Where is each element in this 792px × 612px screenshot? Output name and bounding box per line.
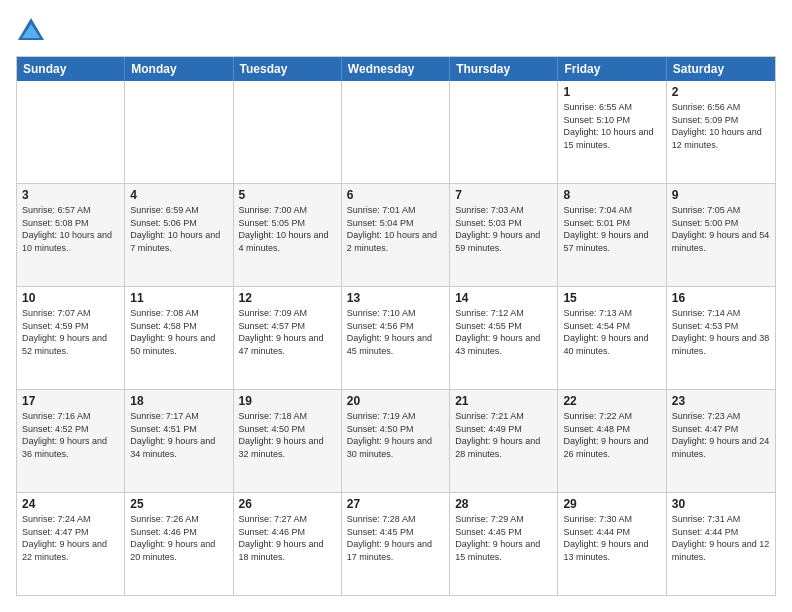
day-number: 17: [22, 394, 119, 408]
calendar-cell: 12Sunrise: 7:09 AM Sunset: 4:57 PM Dayli…: [234, 287, 342, 389]
calendar-cell: 5Sunrise: 7:00 AM Sunset: 5:05 PM Daylig…: [234, 184, 342, 286]
day-number: 18: [130, 394, 227, 408]
calendar-body: 1Sunrise: 6:55 AM Sunset: 5:10 PM Daylig…: [17, 81, 775, 595]
day-info: Sunrise: 7:03 AM Sunset: 5:03 PM Dayligh…: [455, 204, 552, 254]
day-info: Sunrise: 6:56 AM Sunset: 5:09 PM Dayligh…: [672, 101, 770, 151]
day-number: 9: [672, 188, 770, 202]
calendar-cell: 16Sunrise: 7:14 AM Sunset: 4:53 PM Dayli…: [667, 287, 775, 389]
calendar-cell: 19Sunrise: 7:18 AM Sunset: 4:50 PM Dayli…: [234, 390, 342, 492]
day-number: 27: [347, 497, 444, 511]
calendar-cell: 21Sunrise: 7:21 AM Sunset: 4:49 PM Dayli…: [450, 390, 558, 492]
day-number: 21: [455, 394, 552, 408]
day-info: Sunrise: 7:13 AM Sunset: 4:54 PM Dayligh…: [563, 307, 660, 357]
calendar-cell: [125, 81, 233, 183]
day-number: 26: [239, 497, 336, 511]
header-day-saturday: Saturday: [667, 57, 775, 81]
page-header: [16, 16, 776, 46]
day-info: Sunrise: 7:14 AM Sunset: 4:53 PM Dayligh…: [672, 307, 770, 357]
calendar-header: SundayMondayTuesdayWednesdayThursdayFrid…: [17, 57, 775, 81]
day-number: 7: [455, 188, 552, 202]
calendar-week-2: 3Sunrise: 6:57 AM Sunset: 5:08 PM Daylig…: [17, 184, 775, 287]
header-day-thursday: Thursday: [450, 57, 558, 81]
calendar-cell: 9Sunrise: 7:05 AM Sunset: 5:00 PM Daylig…: [667, 184, 775, 286]
day-info: Sunrise: 7:09 AM Sunset: 4:57 PM Dayligh…: [239, 307, 336, 357]
header-day-friday: Friday: [558, 57, 666, 81]
calendar-cell: 30Sunrise: 7:31 AM Sunset: 4:44 PM Dayli…: [667, 493, 775, 595]
day-info: Sunrise: 7:08 AM Sunset: 4:58 PM Dayligh…: [130, 307, 227, 357]
day-info: Sunrise: 7:24 AM Sunset: 4:47 PM Dayligh…: [22, 513, 119, 563]
day-number: 20: [347, 394, 444, 408]
calendar-cell: 8Sunrise: 7:04 AM Sunset: 5:01 PM Daylig…: [558, 184, 666, 286]
day-info: Sunrise: 7:10 AM Sunset: 4:56 PM Dayligh…: [347, 307, 444, 357]
calendar-week-1: 1Sunrise: 6:55 AM Sunset: 5:10 PM Daylig…: [17, 81, 775, 184]
day-info: Sunrise: 7:31 AM Sunset: 4:44 PM Dayligh…: [672, 513, 770, 563]
day-info: Sunrise: 6:59 AM Sunset: 5:06 PM Dayligh…: [130, 204, 227, 254]
calendar-cell: 3Sunrise: 6:57 AM Sunset: 5:08 PM Daylig…: [17, 184, 125, 286]
day-number: 5: [239, 188, 336, 202]
header-day-sunday: Sunday: [17, 57, 125, 81]
calendar-cell: 27Sunrise: 7:28 AM Sunset: 4:45 PM Dayli…: [342, 493, 450, 595]
day-info: Sunrise: 7:22 AM Sunset: 4:48 PM Dayligh…: [563, 410, 660, 460]
calendar-cell: 7Sunrise: 7:03 AM Sunset: 5:03 PM Daylig…: [450, 184, 558, 286]
day-info: Sunrise: 7:21 AM Sunset: 4:49 PM Dayligh…: [455, 410, 552, 460]
day-number: 23: [672, 394, 770, 408]
day-number: 6: [347, 188, 444, 202]
calendar-week-4: 17Sunrise: 7:16 AM Sunset: 4:52 PM Dayli…: [17, 390, 775, 493]
day-number: 13: [347, 291, 444, 305]
day-info: Sunrise: 6:57 AM Sunset: 5:08 PM Dayligh…: [22, 204, 119, 254]
calendar-cell: [342, 81, 450, 183]
calendar-cell: 15Sunrise: 7:13 AM Sunset: 4:54 PM Dayli…: [558, 287, 666, 389]
day-info: Sunrise: 7:07 AM Sunset: 4:59 PM Dayligh…: [22, 307, 119, 357]
day-number: 2: [672, 85, 770, 99]
calendar-cell: 18Sunrise: 7:17 AM Sunset: 4:51 PM Dayli…: [125, 390, 233, 492]
calendar-week-5: 24Sunrise: 7:24 AM Sunset: 4:47 PM Dayli…: [17, 493, 775, 595]
day-number: 4: [130, 188, 227, 202]
day-number: 28: [455, 497, 552, 511]
header-day-tuesday: Tuesday: [234, 57, 342, 81]
calendar-cell: [234, 81, 342, 183]
day-number: 3: [22, 188, 119, 202]
calendar-cell: 4Sunrise: 6:59 AM Sunset: 5:06 PM Daylig…: [125, 184, 233, 286]
day-number: 22: [563, 394, 660, 408]
calendar-cell: 28Sunrise: 7:29 AM Sunset: 4:45 PM Dayli…: [450, 493, 558, 595]
calendar-week-3: 10Sunrise: 7:07 AM Sunset: 4:59 PM Dayli…: [17, 287, 775, 390]
calendar-cell: 14Sunrise: 7:12 AM Sunset: 4:55 PM Dayli…: [450, 287, 558, 389]
calendar-cell: [450, 81, 558, 183]
calendar-cell: 6Sunrise: 7:01 AM Sunset: 5:04 PM Daylig…: [342, 184, 450, 286]
calendar-cell: 20Sunrise: 7:19 AM Sunset: 4:50 PM Dayli…: [342, 390, 450, 492]
day-info: Sunrise: 7:00 AM Sunset: 5:05 PM Dayligh…: [239, 204, 336, 254]
day-info: Sunrise: 7:12 AM Sunset: 4:55 PM Dayligh…: [455, 307, 552, 357]
day-number: 16: [672, 291, 770, 305]
day-info: Sunrise: 7:18 AM Sunset: 4:50 PM Dayligh…: [239, 410, 336, 460]
day-number: 8: [563, 188, 660, 202]
day-number: 12: [239, 291, 336, 305]
day-number: 14: [455, 291, 552, 305]
calendar-cell: 24Sunrise: 7:24 AM Sunset: 4:47 PM Dayli…: [17, 493, 125, 595]
day-info: Sunrise: 7:16 AM Sunset: 4:52 PM Dayligh…: [22, 410, 119, 460]
day-number: 10: [22, 291, 119, 305]
day-info: Sunrise: 7:17 AM Sunset: 4:51 PM Dayligh…: [130, 410, 227, 460]
header-day-monday: Monday: [125, 57, 233, 81]
calendar: SundayMondayTuesdayWednesdayThursdayFrid…: [16, 56, 776, 596]
day-number: 19: [239, 394, 336, 408]
calendar-cell: 17Sunrise: 7:16 AM Sunset: 4:52 PM Dayli…: [17, 390, 125, 492]
day-info: Sunrise: 7:23 AM Sunset: 4:47 PM Dayligh…: [672, 410, 770, 460]
day-info: Sunrise: 7:05 AM Sunset: 5:00 PM Dayligh…: [672, 204, 770, 254]
calendar-cell: 11Sunrise: 7:08 AM Sunset: 4:58 PM Dayli…: [125, 287, 233, 389]
day-info: Sunrise: 6:55 AM Sunset: 5:10 PM Dayligh…: [563, 101, 660, 151]
calendar-cell: 22Sunrise: 7:22 AM Sunset: 4:48 PM Dayli…: [558, 390, 666, 492]
calendar-cell: [17, 81, 125, 183]
calendar-cell: 13Sunrise: 7:10 AM Sunset: 4:56 PM Dayli…: [342, 287, 450, 389]
day-number: 29: [563, 497, 660, 511]
logo: [16, 16, 50, 46]
day-number: 25: [130, 497, 227, 511]
day-number: 15: [563, 291, 660, 305]
calendar-cell: 23Sunrise: 7:23 AM Sunset: 4:47 PM Dayli…: [667, 390, 775, 492]
day-info: Sunrise: 7:01 AM Sunset: 5:04 PM Dayligh…: [347, 204, 444, 254]
day-number: 1: [563, 85, 660, 99]
day-info: Sunrise: 7:30 AM Sunset: 4:44 PM Dayligh…: [563, 513, 660, 563]
day-info: Sunrise: 7:26 AM Sunset: 4:46 PM Dayligh…: [130, 513, 227, 563]
day-info: Sunrise: 7:04 AM Sunset: 5:01 PM Dayligh…: [563, 204, 660, 254]
day-info: Sunrise: 7:27 AM Sunset: 4:46 PM Dayligh…: [239, 513, 336, 563]
day-info: Sunrise: 7:19 AM Sunset: 4:50 PM Dayligh…: [347, 410, 444, 460]
